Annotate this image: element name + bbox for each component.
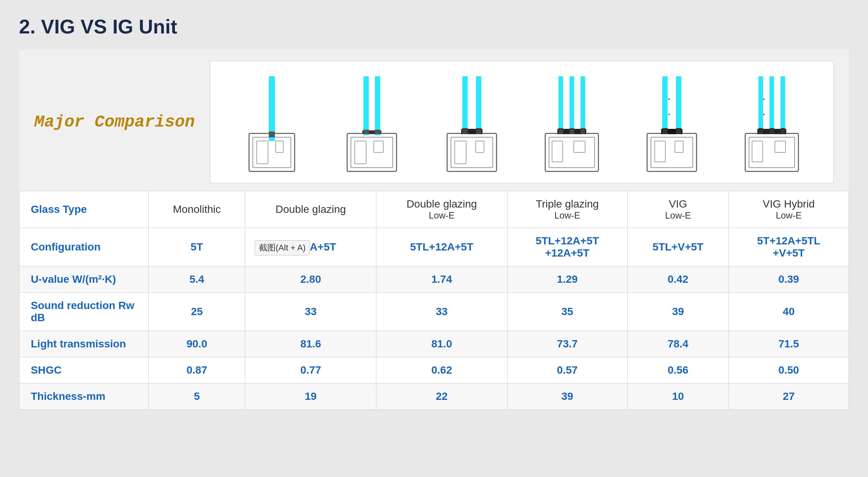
svg-rect-32 <box>559 128 563 134</box>
row-value: 5T+9A+5T <box>245 228 376 266</box>
row-value: 5TL+12A+5T+12A+5T <box>507 228 627 266</box>
svg-rect-41 <box>676 76 681 133</box>
diagram-triple-lowe <box>534 69 610 175</box>
svg-rect-16 <box>451 137 493 168</box>
svg-rect-9 <box>374 141 383 152</box>
svg-rect-30 <box>570 76 574 133</box>
table-row: Light transmission90.081.681.073.778.471… <box>19 331 849 357</box>
svg-rect-42 <box>662 128 668 134</box>
row-value: 35 <box>507 293 627 331</box>
svg-rect-40 <box>662 76 668 133</box>
svg-rect-23 <box>476 128 481 134</box>
svg-point-45 <box>668 114 670 115</box>
svg-rect-14 <box>375 130 380 134</box>
svg-rect-56 <box>781 128 785 134</box>
row-label: Configuration <box>19 228 149 266</box>
row-value: 1.29 <box>507 266 627 293</box>
svg-rect-8 <box>355 141 366 164</box>
row-value: 22 <box>376 384 507 410</box>
svg-rect-46 <box>745 133 798 171</box>
col-header-6: VIG HybridLow-E <box>728 191 849 228</box>
comparison-table: Glass Type Monolithic Double glazing Dou… <box>19 191 849 410</box>
svg-rect-3 <box>276 141 283 152</box>
row-value: 25 <box>149 293 245 331</box>
svg-rect-18 <box>476 141 484 152</box>
row-value: 81.0 <box>376 331 507 357</box>
row-value: 0.57 <box>507 357 627 384</box>
svg-rect-11 <box>363 76 369 135</box>
svg-rect-52 <box>770 76 774 133</box>
row-value: 0.77 <box>245 357 376 384</box>
row-label: Light transmission <box>19 331 149 357</box>
svg-rect-13 <box>363 130 369 134</box>
table-row: Configuration5T5T+9A+5T5TL+12A+5T5TL+12A… <box>19 228 849 266</box>
row-value: 0.56 <box>627 357 728 384</box>
svg-point-44 <box>668 98 670 100</box>
row-value: 19 <box>245 384 376 410</box>
svg-rect-38 <box>675 141 683 152</box>
svg-rect-17 <box>455 141 466 164</box>
svg-rect-22 <box>462 128 468 134</box>
svg-rect-4 <box>269 76 275 141</box>
row-value: 5T+12A+5TL+V+5T <box>728 228 849 266</box>
row-value: 5TL+12A+5T <box>376 228 507 266</box>
col-header-5: VIGLow-E <box>627 191 728 228</box>
svg-rect-20 <box>462 76 468 133</box>
svg-point-57 <box>763 98 765 100</box>
svg-rect-54 <box>759 128 763 134</box>
row-value: 73.7 <box>507 331 627 357</box>
svg-rect-33 <box>570 128 574 134</box>
row-value: 0.42 <box>627 266 728 293</box>
table-wrapper: Glass Type Monolithic Double glazing Dou… <box>19 191 849 410</box>
row-label: Thickness-mm <box>19 384 149 410</box>
row-value: 33 <box>376 293 507 331</box>
glass-type-header: Glass Type <box>19 191 149 228</box>
row-value: 71.5 <box>728 331 849 357</box>
row-value: 90.0 <box>149 331 245 357</box>
row-value: 0.50 <box>728 357 849 384</box>
row-value: 2.80 <box>245 266 376 293</box>
svg-rect-34 <box>581 128 585 134</box>
row-value: 78.4 <box>627 331 728 357</box>
row-value: 5 <box>149 384 245 410</box>
svg-rect-36 <box>651 137 693 168</box>
diagrams-row <box>210 61 834 183</box>
row-value: 33 <box>245 293 376 331</box>
row-value: 39 <box>507 384 627 410</box>
svg-rect-48 <box>752 141 763 162</box>
row-value: 27 <box>728 384 849 410</box>
diagram-monolithic <box>234 69 310 175</box>
row-value: 81.6 <box>245 331 376 357</box>
row-value: 5T <box>149 228 245 266</box>
svg-rect-47 <box>749 137 795 168</box>
top-section: Major Comparison <box>19 49 849 191</box>
svg-rect-37 <box>655 141 665 162</box>
row-value: 5TL+V+5T <box>627 228 728 266</box>
svg-rect-26 <box>552 141 563 162</box>
svg-rect-5 <box>269 132 275 137</box>
row-label: SHGC <box>19 357 149 384</box>
svg-rect-29 <box>559 76 563 133</box>
main-container: Major Comparison <box>19 49 849 410</box>
row-value: 40 <box>728 293 849 331</box>
table-row: SHGC0.870.770.620.570.560.50 <box>19 357 849 384</box>
row-value: 39 <box>627 293 728 331</box>
col-header-3: Double glazingLow-E <box>376 191 507 228</box>
table-row: Thickness-mm51922391027 <box>19 384 849 410</box>
table-row: U-value W/(m²·K)5.42.801.741.290.420.39 <box>19 266 849 293</box>
svg-rect-51 <box>759 76 763 133</box>
row-label: Sound reduction Rw dB <box>19 293 149 331</box>
svg-rect-49 <box>775 141 785 152</box>
svg-rect-24 <box>545 133 598 171</box>
row-value: 0.87 <box>149 357 245 384</box>
row-value: 1.74 <box>376 266 507 293</box>
svg-rect-1 <box>253 137 291 168</box>
row-value: 10 <box>627 384 728 410</box>
diagram-vig-hybrid-lowe <box>734 69 810 175</box>
col-header-4: Triple glazingLow-E <box>507 191 627 228</box>
row-value: 5.4 <box>149 266 245 293</box>
col-header-1: Monolithic <box>149 191 245 228</box>
svg-rect-27 <box>574 141 585 152</box>
svg-rect-53 <box>781 76 785 133</box>
diagram-double <box>334 69 410 175</box>
